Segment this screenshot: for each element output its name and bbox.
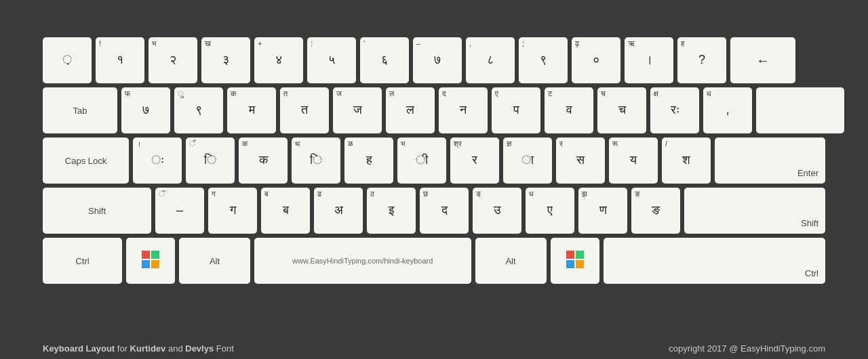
- key-row-5: Ctrl Alt www.EasyHindiTyping.com/hindi-k…: [43, 238, 825, 284]
- key-8[interactable]: , ८: [466, 37, 515, 83]
- key-o[interactable]: ट व: [545, 87, 593, 133]
- key-z[interactable]: ॅ –: [155, 188, 204, 234]
- key-l[interactable]: र स: [556, 138, 605, 184]
- key-h[interactable]: भ ी: [397, 138, 446, 184]
- svg-rect-0: [142, 251, 150, 259]
- key-9[interactable]: ; ९: [519, 37, 568, 83]
- key-k[interactable]: ज्ञ ा: [503, 138, 552, 184]
- key-equals[interactable]: ह ?: [677, 37, 726, 83]
- key-f[interactable]: थ ि: [292, 138, 340, 184]
- key-t[interactable]: ज ज: [333, 87, 382, 133]
- key-semicolon[interactable]: रू य: [609, 138, 658, 184]
- key-win-right[interactable]: [551, 238, 599, 284]
- windows-logo-left: [141, 250, 160, 272]
- key-alt-left[interactable]: Alt: [179, 238, 250, 284]
- key-win-left[interactable]: [126, 238, 175, 284]
- key-r[interactable]: त त: [280, 87, 329, 133]
- key-7[interactable]: – ७: [413, 37, 462, 83]
- svg-rect-1: [151, 251, 159, 259]
- key-3[interactable]: ख ३: [201, 37, 250, 83]
- key-x[interactable]: ग ग: [208, 188, 257, 234]
- key-e[interactable]: क म: [227, 87, 276, 133]
- key-backspace[interactable]: ←: [730, 37, 795, 83]
- key-n[interactable]: छ द: [420, 188, 469, 234]
- svg-rect-5: [576, 251, 584, 259]
- key-6[interactable]: ' ६: [360, 37, 409, 83]
- key-enter[interactable]: [756, 87, 844, 133]
- key-q[interactable]: फ ७: [121, 87, 170, 133]
- key-shift-right[interactable]: Shift: [684, 188, 825, 234]
- keyboard: ़ ! १ भ २ ख ३ + ४ : ५ ' ६ – ७: [43, 37, 825, 288]
- key-g[interactable]: ळ ह: [344, 138, 393, 184]
- svg-rect-3: [151, 260, 159, 268]
- key-shift-left[interactable]: Shift: [43, 188, 151, 234]
- key-row-4: Shift ॅ – ग ग ब ब ढ अ ठ इ छ द ड उ: [43, 188, 825, 234]
- key-row-1: ़ ! १ भ २ ख ३ + ४ : ५ ' ६ – ७: [43, 37, 825, 83]
- key-5[interactable]: : ५: [307, 37, 356, 83]
- key-enter-2[interactable]: Enter: [715, 138, 825, 184]
- key-ctrl-left[interactable]: Ctrl: [43, 238, 122, 284]
- key-1[interactable]: ! १: [96, 37, 144, 83]
- key-s[interactable]: ँ ि: [186, 138, 235, 184]
- svg-rect-4: [566, 251, 574, 259]
- key-period[interactable]: झ ण: [578, 188, 627, 234]
- key-j[interactable]: श्र र: [450, 138, 499, 184]
- key-caps-lock[interactable]: Caps Lock: [43, 138, 129, 184]
- key-m[interactable]: ड उ: [473, 188, 521, 234]
- footer-right: copyright 2017 @ EasyHindiTyping.com: [669, 343, 825, 354]
- key-space[interactable]: www.EasyHindiTyping.com/hindi-keyboard: [254, 238, 471, 284]
- key-c[interactable]: ब ब: [261, 188, 310, 234]
- key-y[interactable]: ल ल: [386, 87, 435, 133]
- key-2[interactable]: भ २: [149, 37, 197, 83]
- key-grave[interactable]: ़: [43, 37, 92, 83]
- key-tab[interactable]: Tab: [43, 87, 117, 133]
- key-rbracket[interactable]: ध ,: [703, 87, 752, 133]
- key-comma[interactable]: ध ए: [526, 188, 574, 234]
- svg-rect-6: [566, 260, 574, 268]
- svg-rect-7: [576, 260, 584, 268]
- key-w[interactable]: ु ९: [174, 87, 223, 133]
- svg-rect-2: [142, 260, 150, 268]
- key-u[interactable]: द न: [439, 87, 488, 133]
- key-minus[interactable]: ऋ ।: [625, 37, 673, 83]
- key-p[interactable]: च च: [597, 87, 646, 133]
- key-4[interactable]: + ४: [254, 37, 303, 83]
- key-row-2: Tab फ ७ ु ९ क म त त ज ज ल ल द न: [43, 87, 825, 133]
- key-alt-right[interactable]: Alt: [475, 238, 547, 284]
- key-0[interactable]: ढ़ ०: [572, 37, 620, 83]
- key-v[interactable]: ढ अ: [314, 188, 363, 234]
- key-b[interactable]: ठ इ: [367, 188, 416, 234]
- footer-left: Keyboard Layout for Kurtidev and Devlys …: [43, 343, 234, 354]
- key-a[interactable]: । ः: [133, 138, 182, 184]
- key-quote[interactable]: / श: [662, 138, 711, 184]
- key-d[interactable]: क क: [239, 138, 288, 184]
- key-lbracket[interactable]: क्ष रः: [650, 87, 699, 133]
- key-ctrl-right[interactable]: Ctrl: [604, 238, 826, 284]
- key-slash[interactable]: ङ ङ: [631, 188, 680, 234]
- windows-logo-right: [566, 250, 585, 272]
- key-i[interactable]: ए प: [492, 87, 540, 133]
- key-row-3: Caps Lock । ः ँ ि क क थ ि ळ ह भ ी श्र र: [43, 138, 825, 184]
